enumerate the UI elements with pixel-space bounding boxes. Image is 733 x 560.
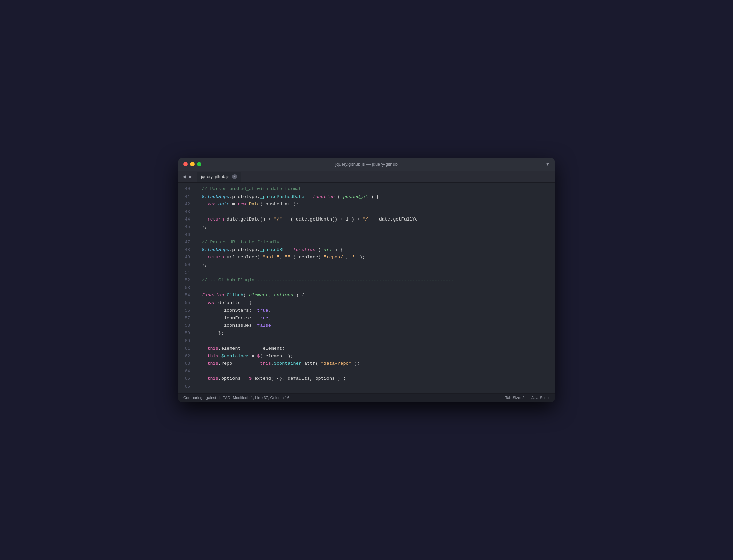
line-number: 64: [178, 368, 196, 375]
minimize-button[interactable]: [190, 162, 195, 166]
code-container: 40 // Parses pushed_at with date format4…: [178, 183, 555, 393]
line-content: this.$container = $( element );: [196, 352, 300, 360]
line-number: 56: [178, 307, 196, 314]
line-number: 48: [178, 246, 196, 253]
line-content: iconForks: true,: [196, 315, 278, 322]
line-number: 42: [178, 201, 196, 208]
code-line: 60: [178, 337, 555, 345]
window-title: jquery.github.js — jquery-github: [335, 162, 398, 167]
editor-area: 40 // Parses pushed_at with date format4…: [178, 183, 555, 393]
code-line: 63 this.repo = this.$container.attr( "da…: [178, 360, 555, 368]
code-line: 47 // Parses URL to be friendly: [178, 239, 555, 246]
code-line: 66: [178, 383, 555, 390]
nav-arrows: ◀ ▶: [181, 174, 194, 180]
line-content: iconIssues: false: [196, 322, 278, 330]
line-number: 45: [178, 223, 196, 230]
line-content: var defaults = {: [196, 299, 258, 307]
code-line: 41 GithubRepo.prototype._parsePushedDate…: [178, 193, 555, 201]
traffic-lights: [183, 162, 201, 166]
line-number: 52: [178, 277, 196, 284]
code-line: 51: [178, 269, 555, 277]
code-line: 61 this.element = element;: [178, 345, 555, 352]
statusbar-info: Comparing against : HEAD, Modified : 1, …: [183, 396, 505, 400]
line-content: // -- Github Plugin --------------------…: [196, 277, 461, 284]
code-line: 43: [178, 208, 555, 216]
line-number: 60: [178, 337, 196, 345]
line-number: 61: [178, 345, 196, 352]
line-number: 62: [178, 352, 196, 360]
code-line: 50 };: [178, 261, 555, 269]
line-content: this.element = element;: [196, 345, 292, 352]
line-content: function Github( element, options ) {: [196, 292, 311, 299]
line-number: 50: [178, 261, 196, 268]
line-number: 66: [178, 383, 196, 390]
line-number: 53: [178, 284, 196, 291]
line-number: 55: [178, 299, 196, 306]
line-content: GithubRepo.prototype._parsePushedDate = …: [196, 193, 386, 201]
tab-label: jquery.github.js: [201, 174, 229, 179]
code-line: 52 // -- Github Plugin -----------------…: [178, 277, 555, 284]
line-number: 59: [178, 330, 196, 337]
line-content: this.options = $.extend( {}, defaults, o…: [196, 375, 353, 383]
code-line: 45 };: [178, 223, 555, 231]
line-content: this.repo = this.$container.attr( "data-…: [196, 360, 366, 368]
close-button[interactable]: [183, 162, 188, 166]
line-content: iconStars: true,: [196, 307, 278, 315]
line-content: return url.replace( "api.", "" ).replace…: [196, 254, 372, 261]
tab-close-button[interactable]: ●: [232, 174, 237, 179]
code-line: 57 iconForks: true,: [178, 315, 555, 322]
editor-window: jquery.github.js — jquery-github ▼ ◀ ▶ j…: [178, 158, 555, 402]
tab-bar: ◀ ▶ jquery.github.js ●: [178, 171, 555, 183]
line-content: // Parses pushed_at with date format: [196, 185, 308, 193]
line-content: };: [196, 330, 231, 337]
line-content: // Parses URL to be friendly: [196, 239, 286, 246]
line-content: return date.getDate() + "/" + ( date.get…: [196, 216, 425, 223]
line-number: 43: [178, 208, 196, 215]
code-line: 40 // Parses pushed_at with date format: [178, 185, 555, 193]
code-line: 62 this.$container = $( element );: [178, 352, 555, 360]
nav-back[interactable]: ◀: [181, 174, 187, 180]
line-number: 63: [178, 360, 196, 367]
line-number: 47: [178, 239, 196, 246]
statusbar-right: Tab Size: 2 JavaScript: [505, 396, 550, 400]
code-line: 55 var defaults = {: [178, 299, 555, 307]
code-line: 53: [178, 284, 555, 292]
code-line: 54 function Github( element, options ) {: [178, 292, 555, 299]
statusbar: Comparing against : HEAD, Modified : 1, …: [178, 393, 555, 402]
code-line: 64: [178, 368, 555, 375]
line-content: };: [196, 223, 214, 231]
code-line: 46: [178, 231, 555, 239]
maximize-button[interactable]: [197, 162, 201, 166]
code-line: 65 this.options = $.extend( {}, defaults…: [178, 375, 555, 383]
code-line: 42 var date = new Date( pushed_at );: [178, 201, 555, 208]
code-line: 48 GithubRepo.prototype._parseURL = func…: [178, 246, 555, 254]
line-number: 57: [178, 315, 196, 322]
nav-forward[interactable]: ▶: [188, 174, 194, 180]
line-number: 58: [178, 322, 196, 329]
line-number: 51: [178, 269, 196, 276]
code-line: 58 iconIssues: false: [178, 322, 555, 330]
code-line: 56 iconStars: true,: [178, 307, 555, 315]
line-number: 40: [178, 185, 196, 192]
code-line: 49 return url.replace( "api.", "" ).repl…: [178, 254, 555, 261]
line-content: var date = new Date( pushed_at );: [196, 201, 306, 208]
line-number: 44: [178, 216, 196, 223]
code-line: 44 return date.getDate() + "/" + ( date.…: [178, 216, 555, 223]
line-content: GithubRepo.prototype._parseURL = functio…: [196, 246, 350, 254]
line-number: 49: [178, 254, 196, 261]
code-line: 59 };: [178, 330, 555, 337]
language[interactable]: JavaScript: [531, 396, 550, 400]
tab-jquery-github[interactable]: jquery.github.js ●: [197, 172, 241, 182]
line-number: 54: [178, 292, 196, 299]
tab-size[interactable]: Tab Size: 2: [505, 396, 524, 400]
line-content: };: [196, 261, 214, 269]
line-number: 41: [178, 193, 196, 200]
line-number: 46: [178, 231, 196, 238]
line-number: 65: [178, 375, 196, 382]
dropdown-icon[interactable]: ▼: [546, 162, 550, 167]
titlebar: jquery.github.js — jquery-github ▼: [178, 158, 555, 171]
